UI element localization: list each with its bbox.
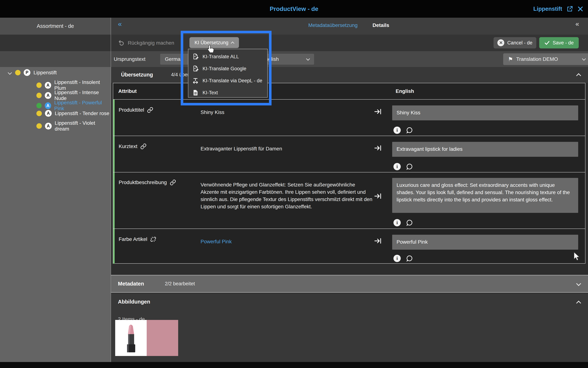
tab-metadata-translation[interactable]: Metadataübersetzung xyxy=(308,22,358,28)
expand-section-icon[interactable] xyxy=(576,281,581,286)
image-thumb-lipstick[interactable] xyxy=(115,320,147,356)
article-badge-icon: A xyxy=(45,123,52,129)
column-header-english: English xyxy=(396,88,414,94)
flag-icon: ⚑ xyxy=(508,56,513,63)
tree-item[interactable]: A Lippenstift - Tender rose xyxy=(36,110,109,117)
copy-to-target-icon[interactable] xyxy=(374,144,382,153)
bottom-bar xyxy=(0,362,588,368)
tree-item-label: Lippenstift - Tender rose xyxy=(55,110,109,116)
chevron-down-icon xyxy=(306,57,310,60)
article-badge-icon: A xyxy=(45,92,51,99)
target-input[interactable]: Extravagant lipstick for ladies xyxy=(392,142,578,157)
info-icon[interactable]: i xyxy=(393,127,401,134)
copy-to-target-icon[interactable] xyxy=(374,108,382,116)
attribute-label: Kurztext xyxy=(119,143,146,149)
unlink-icon[interactable] xyxy=(150,236,156,242)
export-icon[interactable] xyxy=(567,6,573,12)
column-header-attribute: Attribut xyxy=(118,88,137,94)
context-label: Lippenstift xyxy=(533,6,562,12)
arrow-cursor-icon xyxy=(573,252,580,262)
cancel-circle-x-icon: ✕ xyxy=(497,39,504,46)
save-button[interactable]: Save - de xyxy=(539,37,579,48)
translation-profile-value: Translation DEMO xyxy=(516,56,558,62)
top-bar: ProductView - de Lippenstift xyxy=(0,0,588,18)
tree-item[interactable]: A Lippenstift - Insolent Plum xyxy=(36,79,111,91)
tree-item-label: Lippenstift - Insolent Plum xyxy=(54,79,111,91)
source-text-label: Ursprungstext xyxy=(114,56,145,62)
undo-button[interactable]: Rückgängig machen xyxy=(118,35,174,51)
copy-to-target-icon[interactable] xyxy=(374,192,382,201)
status-dot-yellow-icon xyxy=(36,123,42,129)
attribute-label: Farbe Artikel xyxy=(119,236,156,242)
info-icon[interactable]: i xyxy=(393,255,401,262)
translation-section-title: Übersetzung xyxy=(121,72,153,78)
close-icon[interactable] xyxy=(578,6,583,12)
cancel-button[interactable]: ✕ Cancel - de xyxy=(494,37,536,48)
link-icon[interactable] xyxy=(140,143,146,149)
metadata-title: Metadaten xyxy=(118,281,144,287)
collapse-section-icon[interactable] xyxy=(576,301,581,305)
sidebar-header: Assortment - de xyxy=(0,18,111,35)
comment-icon[interactable] xyxy=(406,127,413,134)
target-input[interactable]: Powerful Pink xyxy=(392,235,578,250)
save-check-icon xyxy=(544,40,550,46)
tree-item[interactable]: A Lippenstift - Intense Nude xyxy=(36,90,111,101)
undo-icon xyxy=(118,40,125,46)
translation-profile-select[interactable]: ⚑ Translation DEMO xyxy=(503,53,588,65)
source-value-link[interactable]: Powerful Pink xyxy=(201,238,374,245)
link-icon[interactable] xyxy=(147,107,153,113)
cancel-label: Cancel - de xyxy=(507,40,532,46)
link-icon[interactable] xyxy=(170,179,176,185)
status-dot-yellow-icon xyxy=(36,93,42,98)
tree-item-selected[interactable]: A Lippenstift - Powerful Pink xyxy=(36,100,111,111)
highlight-frame xyxy=(181,31,272,105)
target-input[interactable]: Shiny Kiss xyxy=(392,105,578,120)
tree-item-label: Lippenstift - Intense Nude xyxy=(54,90,111,101)
lipstick-image xyxy=(115,320,147,356)
source-language-value: German xyxy=(165,56,183,62)
status-dot-yellow-icon xyxy=(36,111,42,116)
tree-item[interactable]: A Lippenstift - Violet dream xyxy=(36,120,111,132)
window-title: ProductView - de xyxy=(0,0,588,18)
tree-expand-icon[interactable] xyxy=(8,71,12,75)
article-badge-icon: A xyxy=(45,82,51,89)
tree-item-root[interactable]: P Lippenstift xyxy=(8,69,57,76)
source-value: Verwöhnende Pflege und Glanzeffekt: Setz… xyxy=(201,181,374,210)
tab-details[interactable]: Details xyxy=(373,22,389,28)
images-title: Abbildungen xyxy=(118,299,150,305)
field-actions: i xyxy=(393,163,413,170)
product-badge-icon: P xyxy=(24,69,30,76)
sidebar-band-language xyxy=(0,51,111,67)
hand-cursor-icon xyxy=(206,44,215,55)
status-dot-green-icon xyxy=(36,103,42,108)
tree-item-label: Lippenstift - Powerful Pink xyxy=(54,100,111,111)
comment-icon[interactable] xyxy=(406,255,413,262)
info-icon[interactable]: i xyxy=(393,163,401,170)
product-view-window: ProductView - de Lippenstift Assortment … xyxy=(0,0,588,368)
field-actions: i xyxy=(393,219,413,226)
comment-icon[interactable] xyxy=(406,163,413,170)
target-textarea[interactable]: Luxurious care and gloss effect: Set ext… xyxy=(392,178,578,213)
comment-icon[interactable] xyxy=(406,219,413,226)
status-dot-yellow-icon xyxy=(15,70,21,75)
collapse-panel-left-icon[interactable]: « xyxy=(118,20,122,28)
image-thumb-color-swatch[interactable] xyxy=(147,320,178,356)
translation-table: Attribut English Produkttitel Shiny Kiss… xyxy=(113,83,586,264)
undo-label: Rückgängig machen xyxy=(128,40,174,46)
sidebar-band-toolbar xyxy=(0,35,111,51)
collapse-panel-right-icon[interactable]: « xyxy=(575,20,579,28)
article-badge-icon: A xyxy=(45,110,52,117)
copy-to-target-icon[interactable] xyxy=(374,237,382,246)
attribute-label: Produktbeschreibung xyxy=(119,179,176,185)
source-value: Shiny Kiss xyxy=(201,109,374,116)
tree-item-label: Lippenstift xyxy=(34,70,57,75)
field-actions: i xyxy=(393,255,413,262)
collapse-section-icon[interactable] xyxy=(576,73,581,78)
chevron-down-icon xyxy=(582,57,586,60)
metadata-section-header[interactable]: Metadaten 2/2 bearbeitet xyxy=(111,275,588,293)
source-value: Extravaganter Lippenstift für Damen xyxy=(201,145,374,152)
sidebar-tree: P Lippenstift A Lippenstift - Insolent P… xyxy=(0,67,111,362)
info-icon[interactable]: i xyxy=(393,219,401,226)
metadata-status: 2/2 bearbeitet xyxy=(165,281,195,287)
attribute-label: Produkttitel xyxy=(119,107,153,113)
